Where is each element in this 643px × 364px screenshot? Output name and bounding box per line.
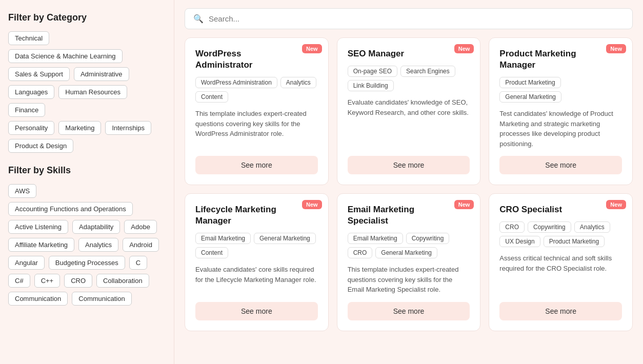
category-tag[interactable]: Sales & Support	[8, 67, 70, 81]
skill-tag[interactable]: CRO	[64, 274, 92, 288]
job-card: NewCRO SpecialistCROCopywritingAnalytics…	[489, 193, 633, 331]
job-card: NewLifecycle Marketing ManagerEmail Mark…	[185, 193, 329, 331]
card-tag: Copywriting	[406, 233, 450, 244]
skill-tag[interactable]: Analytics	[78, 238, 118, 252]
skill-tag[interactable]: Budgeting Processes	[49, 256, 125, 270]
skill-tag[interactable]: C	[129, 256, 147, 270]
category-tag[interactable]: Languages	[8, 85, 54, 99]
new-badge: New	[302, 44, 322, 53]
see-more-button[interactable]: See more	[348, 302, 470, 320]
skill-tag[interactable]: Active Listening	[8, 220, 68, 234]
search-input[interactable]	[209, 14, 624, 23]
skill-tag[interactable]: Android	[123, 238, 159, 252]
new-badge: New	[454, 200, 474, 209]
card-tag: Email Marketing	[348, 233, 403, 244]
card-description: Test candidates' knowledge of Product Ma…	[499, 109, 622, 149]
category-tag[interactable]: Personality	[8, 121, 54, 135]
card-tag: WordPress Administration	[195, 77, 277, 88]
cards-area: NewWordPress AdministratorWordPress Admi…	[174, 37, 643, 364]
card-description: This template includes expert-created qu…	[348, 265, 470, 295]
card-tags: On-page SEOSearch EnginesLink Building	[348, 66, 470, 91]
card-tag: Copywriting	[528, 221, 571, 233]
card-title: SEO Manager	[348, 48, 470, 59]
skill-tag[interactable]: Accounting Functions and Operations	[8, 202, 133, 216]
skill-tag[interactable]: Angular	[8, 256, 45, 270]
card-tag: Analytics	[280, 77, 316, 88]
card-tags: Product MarketingGeneral Marketing	[499, 77, 622, 103]
category-tag[interactable]: Marketing	[58, 121, 101, 135]
skill-tag[interactable]: C++	[34, 274, 61, 288]
skill-tag[interactable]: AWS	[8, 184, 36, 198]
card-description: Evaluate candidates' knowledge of SEO, K…	[348, 97, 470, 149]
card-title: Email Marketing Specialist	[348, 204, 470, 227]
sidebar: Filter by Category TechnicalData Science…	[0, 0, 174, 364]
see-more-button[interactable]: See more	[348, 156, 470, 174]
new-badge: New	[302, 200, 322, 209]
skill-tag[interactable]: Adaptability	[72, 220, 120, 234]
category-tag[interactable]: Product & Design	[8, 139, 73, 153]
new-badge: New	[606, 200, 626, 209]
card-tag: Content	[195, 247, 228, 258]
card-tag: General Marketing	[499, 91, 561, 103]
card-tags: Email MarketingCopywritingCROGeneral Mar…	[348, 233, 470, 258]
skill-tag[interactable]: Collaboration	[96, 274, 149, 288]
category-tag[interactable]: Administrative	[74, 67, 129, 81]
card-tag: General Marketing	[254, 233, 316, 244]
new-badge: New	[606, 44, 626, 53]
category-tag[interactable]: Data Science & Machine Learning	[8, 49, 123, 63]
card-title: CRO Specialist	[499, 204, 622, 215]
job-card: NewWordPress AdministratorWordPress Admi…	[185, 37, 329, 185]
skill-tag[interactable]: C#	[8, 274, 30, 288]
card-title: WordPress Administrator	[195, 48, 318, 71]
card-tag: CRO	[499, 221, 525, 233]
skill-tag[interactable]: Affiliate Marketing	[8, 238, 74, 252]
card-description: Evaluate candidates' core skills require…	[195, 265, 318, 295]
category-tag[interactable]: Finance	[8, 103, 45, 117]
main-content: 🔍 NewWordPress AdministratorWordPress Ad…	[174, 0, 643, 364]
filter-skills-title: Filter by Skills	[8, 165, 166, 176]
filter-category-title: Filter by Category	[8, 12, 166, 23]
cards-grid: NewWordPress AdministratorWordPress Admi…	[185, 37, 633, 331]
see-more-button[interactable]: See more	[195, 156, 318, 174]
card-tag: UX Design	[499, 236, 540, 247]
search-wrapper: 🔍	[185, 8, 633, 29]
new-badge: New	[454, 44, 474, 53]
job-card: NewEmail Marketing SpecialistEmail Marke…	[337, 193, 481, 331]
card-tags: Email MarketingGeneral MarketingContent	[195, 233, 318, 258]
see-more-button[interactable]: See more	[499, 302, 622, 320]
see-more-button[interactable]: See more	[195, 302, 318, 320]
search-icon: 🔍	[193, 14, 204, 24]
card-tag: Search Engines	[400, 66, 455, 77]
card-tag: CRO	[348, 247, 373, 258]
skill-tag[interactable]: Communication	[72, 292, 131, 306]
card-description: This template includes expert-created qu…	[195, 109, 318, 149]
category-tag[interactable]: Human Resources	[58, 85, 127, 99]
card-tags: WordPress AdministrationAnalyticsContent	[195, 77, 318, 103]
category-tag[interactable]: Technical	[8, 31, 49, 45]
job-card: NewSEO ManagerOn-page SEOSearch EnginesL…	[337, 37, 481, 185]
card-title: Product Marketing Manager	[499, 48, 622, 71]
card-tag: Product Marketing	[544, 236, 605, 247]
category-tag[interactable]: Internships	[105, 121, 151, 135]
see-more-button[interactable]: See more	[499, 156, 622, 174]
card-tag: Product Marketing	[499, 77, 560, 88]
skill-tag[interactable]: Adobe	[124, 220, 157, 234]
card-tag: General Marketing	[375, 247, 437, 258]
card-tag: Content	[195, 91, 228, 103]
category-tags-container: TechnicalData Science & Machine Learning…	[8, 31, 166, 153]
job-card: NewProduct Marketing ManagerProduct Mark…	[489, 37, 633, 185]
skill-tag[interactable]: Communication	[8, 292, 68, 306]
card-title: Lifecycle Marketing Manager	[195, 204, 318, 227]
card-tag: Analytics	[574, 221, 610, 233]
skills-tags-container: AWSAccounting Functions and OperationsAc…	[8, 184, 166, 306]
card-tags: CROCopywritingAnalyticsUX DesignProduct …	[499, 221, 622, 247]
search-bar: 🔍	[174, 0, 643, 37]
card-description: Assess critical technical and soft skill…	[499, 253, 622, 295]
card-tag: Link Building	[348, 80, 394, 91]
card-tag: On-page SEO	[348, 66, 397, 77]
card-tag: Email Marketing	[195, 233, 251, 244]
